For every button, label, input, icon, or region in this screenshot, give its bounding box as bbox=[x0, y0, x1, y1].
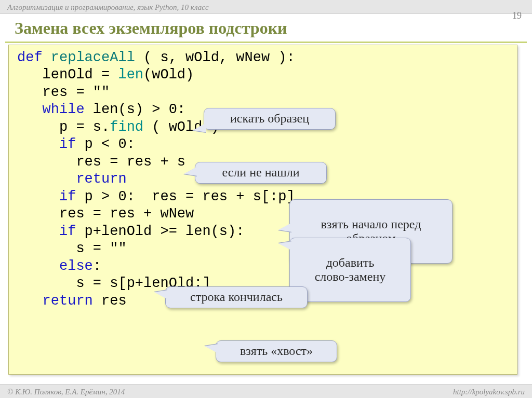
callout-text: если не нашли bbox=[222, 166, 299, 179]
code-line: s = "" bbox=[17, 241, 127, 256]
code-line: : bbox=[93, 258, 101, 274]
code-line: res = res + wNew bbox=[17, 206, 194, 222]
callout-tail-icon bbox=[193, 123, 206, 132]
slide: Алгоритмизация и программирование, язык … bbox=[0, 0, 532, 398]
callout-tail-icon bbox=[184, 167, 197, 176]
fn-name: replaceAll bbox=[43, 50, 143, 65]
bottom-bar: © К.Ю. Поляков, Е.А. Ерёмин, 2014 http:/… bbox=[0, 384, 532, 398]
callout-take-tail: взять «хвост» bbox=[216, 340, 337, 362]
callout-text: искать образец bbox=[230, 112, 309, 125]
code-line: p+lenOld >= len(s): bbox=[76, 224, 244, 239]
callout-tail-icon bbox=[278, 223, 292, 232]
callout-tail-icon bbox=[205, 344, 218, 353]
title-underline bbox=[5, 42, 527, 43]
top-bar: Алгоритмизация и программирование, язык … bbox=[0, 0, 532, 14]
callout-search-sample: искать образец bbox=[204, 108, 336, 130]
kw-def: def bbox=[17, 50, 43, 65]
callout-text: взять «хвост» bbox=[240, 344, 313, 358]
copyright: © К.Ю. Поляков, Е.А. Ерёмин, 2014 bbox=[7, 388, 125, 396]
kw-else: else bbox=[17, 258, 93, 274]
code-line: p = s. bbox=[17, 119, 110, 135]
callout-text: строка кончилась bbox=[190, 290, 283, 304]
callout-string-ended: строка кончилась bbox=[165, 286, 308, 308]
slide-title: Замена всех экземпляров подстроки bbox=[15, 19, 287, 38]
kw-if: if bbox=[17, 224, 76, 239]
breadcrumb: Алгоритмизация и программирование, язык … bbox=[7, 3, 209, 12]
code-line: len(s) > 0: bbox=[85, 102, 185, 117]
code-line: res bbox=[93, 293, 127, 309]
footer-url: http://kpolyakov.spb.ru bbox=[453, 388, 525, 396]
callout-text: добавить слово-замену bbox=[315, 256, 386, 284]
callout-add-replacement: добавить слово-замену bbox=[289, 238, 411, 302]
callout-not-found: если не нашли bbox=[195, 162, 327, 184]
code-line: (wOld) bbox=[143, 67, 194, 83]
kw-if: if bbox=[17, 189, 76, 204]
kw-return: return bbox=[17, 171, 127, 187]
code-line: res = "" bbox=[17, 85, 110, 100]
fn-args: ( s, wOld, wNew ): bbox=[143, 50, 295, 65]
code-line: p > 0: res = res + s[:p] bbox=[76, 189, 295, 204]
code-line: lenOld = bbox=[17, 67, 118, 83]
callout-tail-icon bbox=[278, 241, 292, 251]
bi-find: find bbox=[110, 119, 143, 135]
code-line: res = res + s bbox=[17, 154, 185, 170]
code-line: p < 0: bbox=[76, 136, 135, 152]
bi-len: len bbox=[118, 67, 143, 83]
kw-while: while bbox=[17, 102, 85, 117]
callout-tail-icon bbox=[154, 290, 168, 299]
page-number: 19 bbox=[512, 10, 522, 21]
kw-if: if bbox=[17, 136, 76, 152]
kw-return: return bbox=[17, 293, 93, 309]
